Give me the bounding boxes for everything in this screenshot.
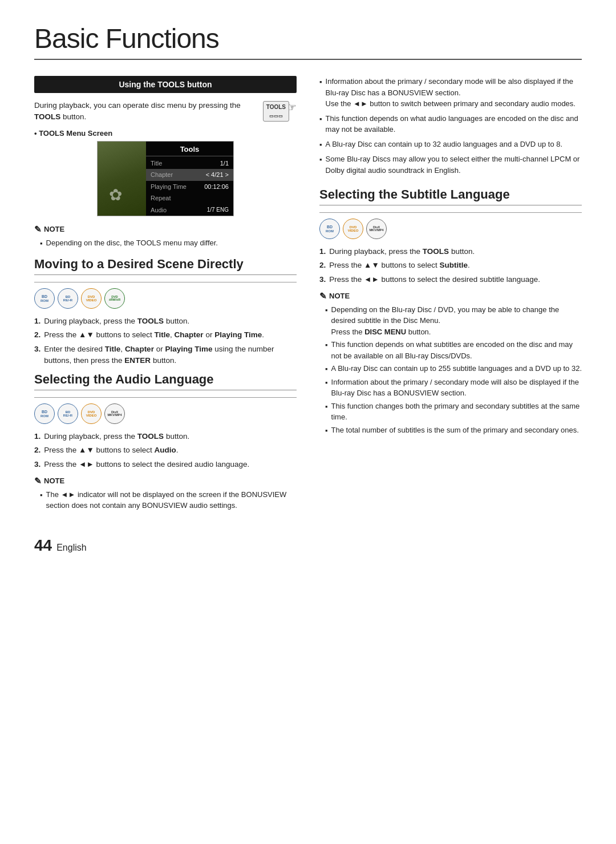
audio-bullet-text-2: This function depends on what audio lang… <box>326 113 582 135</box>
subtitle-note-item-6: The total number of subtitles is the sum… <box>325 425 582 437</box>
audio-note-section: ✎ NOTE The ◄► indicator will not be disp… <box>34 476 297 511</box>
tools-menu-label: • TOOLS Menu Screen <box>34 129 297 138</box>
badge-dvd-rw-r-1: DVD±RW/±R <box>104 288 125 309</box>
audio-bullet-3: A Blu-ray Disc can contain up to 32 audi… <box>319 139 582 151</box>
audio-step-3: 3. Press the ◄► buttons to select the de… <box>34 459 297 470</box>
step-text-1: During playback, press the TOOLS button. <box>44 316 297 327</box>
moving-steps: 1. During playback, press the TOOLS butt… <box>34 316 297 366</box>
audio-bullet-text-3: A Blu-ray Disc can contain up to 32 audi… <box>326 139 563 151</box>
audio-note-label: NOTE <box>44 476 64 485</box>
audio-step-2: 2. Press the ▲▼ buttons to select Audio. <box>34 445 297 456</box>
menu-row-repeat: Repeat <box>146 192 233 204</box>
tools-button-visual: TOOLS▭▭▭ ☞ <box>263 100 297 122</box>
note-icon: ✎ <box>34 224 42 235</box>
badge-bd-re-r-2: BDRE/-R <box>58 403 78 424</box>
subtitle-step-text-1: During playback, press the TOOLS button. <box>329 246 582 257</box>
menu-row-audio: Audio1/7 ENG Multi CH <box>146 204 233 216</box>
audio-bullet-4: Some Blu-ray Discs may allow you to sele… <box>319 154 582 176</box>
subtitle-step-2: 2. Press the ▲▼ buttons to select Subtit… <box>319 260 582 271</box>
audio-bullet-text-4: Some Blu-ray Discs may allow you to sele… <box>326 154 582 176</box>
audio-section-title: Selecting the Audio Language <box>34 372 297 390</box>
subtitle-step-num-3: 3. <box>319 274 326 285</box>
page-num: 44 <box>34 536 52 555</box>
right-column: Information about the primary / secondar… <box>319 76 582 519</box>
step-num-2: 2. <box>34 329 40 341</box>
subtitle-section-title: Selecting the Subtitle Language <box>319 187 582 205</box>
subtitle-step-1: 1. During playback, press the TOOLS butt… <box>319 246 582 257</box>
flower-decoration: ✿ <box>109 185 122 204</box>
moving-divider <box>34 282 297 282</box>
subtitle-step-num-1: 1. <box>319 246 326 257</box>
tools-box-header: Using the TOOLS button <box>34 76 297 93</box>
audio-bullet-text-1: Information about the primary / secondar… <box>326 76 582 110</box>
menu-row-playing-time: Playing Time00:12:06 <box>146 181 233 193</box>
tools-intro: During playback, you can operate disc me… <box>34 100 297 123</box>
step-num-3: 3. <box>34 344 40 367</box>
page-language: English <box>56 543 86 553</box>
audio-step-text-1: During playback, press the TOOLS button. <box>44 431 297 442</box>
audio-bullet-1: Information about the primary / secondar… <box>319 76 582 110</box>
tools-menu-screen: ✿ Tools Title1/1 Chapter< 4/21 > Playing… <box>97 141 234 216</box>
audio-step-num-2: 2. <box>34 445 40 456</box>
step-text-3: Enter the desired Title, Chapter or Play… <box>44 344 297 367</box>
screen-inner: ✿ Tools Title1/1 Chapter< 4/21 > Playing… <box>98 142 233 216</box>
page-title: Basic Functions <box>34 23 582 60</box>
tools-note-section: ✎ NOTE Depending on the disc, the TOOLS … <box>34 224 297 249</box>
subtitle-note-text-2: This function depends on what subtitles … <box>331 339 582 361</box>
moving-step-1: 1. During playback, press the TOOLS butt… <box>34 316 297 327</box>
subtitle-badges: BDROM DVDVIDEO DivXMKV/MP4 <box>319 219 582 239</box>
audio-step-1: 1. During playback, press the TOOLS butt… <box>34 431 297 442</box>
step-num-1: 1. <box>34 316 40 327</box>
subtitle-note-text-6: The total number of subtitles is the sum… <box>331 425 579 437</box>
screen-background-image: ✿ <box>98 142 146 216</box>
subtitle-note-text-3: A Blu-ray Disc can contain up to 255 sub… <box>331 363 582 375</box>
subtitle-note-item-1: Depending on the Blu-ray Disc / DVD, you… <box>325 304 582 338</box>
moving-section-title: Moving to a Desired Scene Directly <box>34 257 297 275</box>
subtitle-note-text-5: This function changes both the primary a… <box>331 401 582 423</box>
tools-note-item-1: Depending on the disc, the TOOLS menu ma… <box>40 237 297 249</box>
subtitle-note-section: ✎ NOTE Depending on the Blu-ray Disc / D… <box>319 291 582 437</box>
menu-row-chapter: Chapter< 4/21 > <box>146 169 233 181</box>
subtitle-note-item-4: Information about the primary / secondar… <box>325 377 582 399</box>
audio-divider <box>34 397 297 398</box>
step-text-2: Press the ▲▼ buttons to select Title, Ch… <box>44 329 297 341</box>
audio-step-text-2: Press the ▲▼ buttons to select Audio. <box>44 445 297 456</box>
audio-note-header: ✎ NOTE <box>34 476 297 486</box>
audio-note-icon: ✎ <box>34 476 42 486</box>
tools-note-text-1: Depending on the disc, the TOOLS menu ma… <box>46 237 218 249</box>
subtitle-note-item-3: A Blu-ray Disc can contain up to 255 sub… <box>325 363 582 375</box>
tools-note-label: NOTE <box>44 225 64 233</box>
audio-info-bullets: Information about the primary / secondar… <box>319 76 582 176</box>
subtitle-divider <box>319 212 582 213</box>
menu-row-title: Title1/1 <box>146 158 233 169</box>
tools-button-icon: TOOLS▭▭▭ <box>263 101 289 122</box>
badge-dvd-video-3: DVDVIDEO <box>343 219 363 239</box>
subtitle-note-text-4: Information about the primary / secondar… <box>331 377 582 399</box>
badge-bd-rom-1: BDROM <box>34 288 55 309</box>
badge-divx-2: DivXMKV/MP4 <box>104 403 125 424</box>
tools-menu-title: Tools <box>146 143 233 156</box>
subtitle-step-num-2: 2. <box>319 260 326 271</box>
subtitle-note-item-2: This function depends on what subtitles … <box>325 339 582 361</box>
badge-bd-re-r-1: BDRE/-R <box>58 288 78 309</box>
tools-menu-panel: Tools Title1/1 Chapter< 4/21 > Playing T… <box>146 142 233 216</box>
subtitle-note-icon: ✎ <box>319 291 327 301</box>
moving-badges: BDROM BDRE/-R DVDVIDEO DVD±RW/±R <box>34 288 297 309</box>
badge-dvd-video-2: DVDVIDEO <box>81 403 102 424</box>
audio-step-text-3: Press the ◄► buttons to select the desir… <box>44 459 297 470</box>
badge-bd-rom-2: BDROM <box>34 403 55 424</box>
badge-dvd-video-1: DVDVIDEO <box>81 288 102 309</box>
subtitle-step-text-2: Press the ▲▼ buttons to select Subtitle. <box>329 260 582 271</box>
audio-steps: 1. During playback, press the TOOLS butt… <box>34 431 297 470</box>
subtitle-note-item-5: This function changes both the primary a… <box>325 401 582 423</box>
subtitle-step-text-3: Press the ◄► buttons to select the desir… <box>329 274 582 285</box>
audio-note-text-1: The ◄► indicator will not be displayed o… <box>46 489 297 511</box>
audio-bullet-2: This function depends on what audio lang… <box>319 113 582 135</box>
audio-badges: BDROM BDRE/-R DVDVIDEO DivXMKV/MP4 <box>34 403 297 424</box>
moving-step-2: 2. Press the ▲▼ buttons to select Title,… <box>34 329 297 341</box>
subtitle-note-text-1: Depending on the Blu-ray Disc / DVD, you… <box>331 304 582 338</box>
audio-step-num-3: 3. <box>34 459 40 470</box>
subtitle-note-header: ✎ NOTE <box>319 291 582 301</box>
audio-step-num-1: 1. <box>34 431 40 442</box>
moving-step-3: 3. Enter the desired Title, Chapter or P… <box>34 344 297 367</box>
